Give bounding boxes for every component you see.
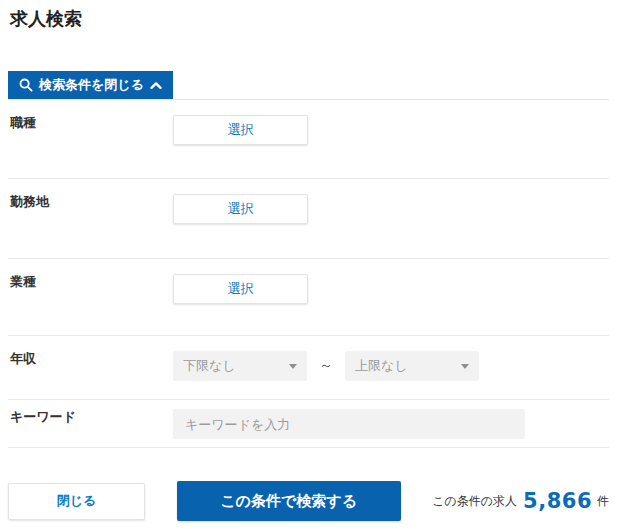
result-count-value: 5,866	[523, 489, 592, 513]
keyword-input[interactable]	[173, 409, 525, 439]
range-separator: ～	[319, 357, 333, 375]
work-location-select-button[interactable]: 選択	[173, 194, 308, 224]
annual-income-label: 年収	[8, 351, 173, 367]
search-panel-header: 検索条件を閉じる	[8, 71, 609, 100]
income-min-value: 下限なし	[183, 357, 236, 375]
search-submit-button[interactable]: この条件で検索する	[177, 481, 401, 521]
result-count-prefix: この条件の求人	[432, 493, 517, 510]
result-count-suffix: 件	[597, 493, 609, 510]
search-panel-footer: 閉じる この条件で検索する この条件の求人 5,866 件	[8, 481, 609, 521]
search-conditions-toggle-button[interactable]: 検索条件を閉じる	[8, 71, 173, 99]
income-min-dropdown[interactable]: 下限なし	[173, 351, 307, 381]
income-max-value: 上限なし	[355, 357, 408, 375]
search-conditions-toggle-label: 検索条件を閉じる	[39, 76, 144, 94]
job-type-label: 職種	[8, 115, 173, 131]
caret-down-icon	[289, 364, 297, 369]
job-type-select-button[interactable]: 選択	[173, 115, 308, 145]
row-annual-income: 年収 下限なし ～ 上限なし	[8, 336, 609, 400]
caret-down-icon	[461, 364, 469, 369]
row-keyword: キーワード	[8, 400, 609, 448]
page-title: 求人検索	[10, 9, 617, 29]
industry-select-button[interactable]: 選択	[173, 274, 308, 304]
row-job-type: 職種 選択	[8, 100, 609, 179]
row-work-location: 勤務地 選択	[8, 179, 609, 259]
search-icon	[19, 78, 33, 92]
search-conditions-form: 職種 選択 勤務地 選択 業種 選択 年収 下限なし ～ 上限なし	[8, 100, 609, 448]
row-industry: 業種 選択	[8, 259, 609, 336]
income-max-dropdown[interactable]: 上限なし	[345, 351, 479, 381]
chevron-up-icon	[150, 81, 162, 90]
result-count: この条件の求人 5,866 件	[432, 489, 609, 513]
work-location-label: 勤務地	[8, 194, 173, 210]
keyword-label: キーワード	[8, 409, 173, 425]
close-button[interactable]: 閉じる	[8, 483, 145, 520]
industry-label: 業種	[8, 274, 173, 290]
